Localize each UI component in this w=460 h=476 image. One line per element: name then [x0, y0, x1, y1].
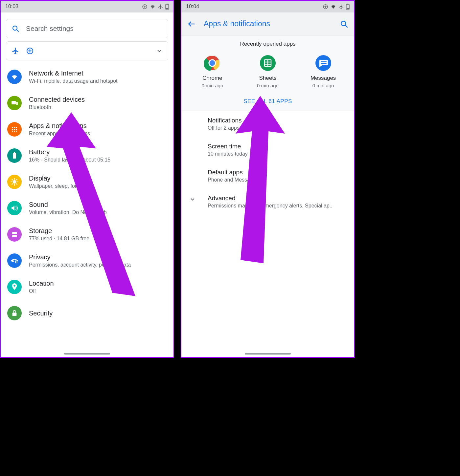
recent-app-chrome[interactable]: Chrome 0 min ago [188, 54, 237, 88]
row-sub: Permissions, account activity, personal … [29, 262, 131, 268]
row-advanced[interactable]: Advanced Permissions manager, Emergency … [181, 189, 354, 215]
row-title: Screen time [208, 143, 347, 150]
row-title: Display [29, 175, 90, 182]
row-notifications[interactable]: Notifications Off for 2 apps [181, 111, 354, 137]
svg-point-4 [13, 26, 17, 30]
row-sub: 10 minutes today [208, 151, 347, 157]
row-default-apps[interactable]: Default apps Phone and Messages [181, 163, 354, 189]
svg-rect-19 [13, 153, 16, 159]
wifi-circle-icon [7, 70, 22, 84]
airplane-icon [338, 4, 344, 10]
svg-line-37 [345, 25, 347, 27]
app-name: Chrome [188, 75, 237, 81]
svg-rect-30 [12, 313, 17, 316]
row-sub: Wallpaper, sleep, font size [29, 183, 90, 189]
sound-icon [7, 201, 22, 215]
row-title: Apps & notifications [29, 122, 90, 130]
row-sub: Wi-Fi, mobile, data usage and hotspot [29, 78, 117, 84]
row-battery[interactable]: Battery 16% - Should last until about 05… [1, 142, 173, 169]
search-icon[interactable] [340, 20, 348, 28]
svg-point-25 [12, 236, 13, 236]
row-network-internet[interactable]: Network & Internet Wi-Fi, mobile, data u… [1, 64, 173, 90]
recent-apps-title: Recently opened apps [181, 41, 354, 47]
row-sub: Phone and Messages [208, 177, 347, 183]
wifi-icon [150, 4, 156, 10]
recent-apps-section: Recently opened apps Chrome 0 min ago Sh… [181, 35, 354, 111]
row-sound[interactable]: Sound Volume, vibration, Do Not Disturb [1, 195, 173, 221]
row-title: Privacy [29, 253, 131, 261]
row-sub: 77% used · 14.81 GB free [29, 236, 89, 242]
messages-icon [315, 54, 332, 72]
airplane-icon [158, 4, 163, 10]
row-title: Storage [29, 227, 89, 235]
location-icon [7, 280, 22, 294]
row-title: Network & Internet [29, 70, 117, 77]
row-title: Notifications [208, 117, 347, 124]
recent-app-messages[interactable]: Messages 0 min ago [299, 54, 348, 88]
chrome-icon [204, 54, 221, 72]
svg-rect-20 [14, 152, 15, 153]
svg-rect-2 [167, 4, 168, 4]
search-settings[interactable]: Search settings [6, 19, 168, 38]
row-sub: Off [29, 288, 54, 294]
svg-point-29 [13, 285, 15, 287]
row-title: Battery [29, 148, 110, 156]
page-title: Apps & notifications [204, 19, 270, 28]
security-icon [7, 306, 22, 320]
data-saver-icon [142, 4, 148, 10]
svg-point-15 [16, 129, 17, 130]
chevron-down-icon[interactable] [156, 48, 163, 54]
row-security[interactable]: Security [1, 300, 173, 322]
row-apps-notifications[interactable]: Apps & notifications Recent apps, defaul… [1, 116, 173, 142]
row-display[interactable]: Display Wallpaper, sleep, font size [1, 169, 173, 195]
quick-settings-card[interactable] [6, 41, 168, 60]
svg-point-11 [14, 127, 15, 128]
devices-icon [7, 96, 22, 110]
search-icon [12, 25, 19, 32]
data-saver-icon [323, 4, 328, 10]
svg-line-5 [17, 30, 18, 32]
svg-point-12 [16, 127, 17, 128]
battery-circle-icon [7, 148, 22, 163]
row-title: Location [29, 280, 54, 287]
row-storage[interactable]: Storage 77% used · 14.81 GB free [1, 221, 173, 248]
svg-point-7 [14, 78, 15, 79]
row-sub: 16% - Should last until about 05:15 [29, 157, 110, 163]
app-time: 0 min ago [243, 83, 292, 88]
wifi-icon [330, 4, 336, 10]
row-sub: Off for 2 apps [208, 125, 347, 131]
battery-icon [346, 4, 350, 10]
row-privacy[interactable]: Privacy Permissions, account activity, p… [1, 248, 173, 274]
search-placeholder: Search settings [26, 25, 74, 32]
row-connected-devices[interactable]: Connected devices Bluetooth [1, 90, 173, 116]
svg-point-18 [16, 131, 17, 132]
status-icons [142, 4, 169, 10]
back-icon[interactable] [187, 20, 196, 28]
svg-rect-34 [347, 4, 349, 4]
svg-point-24 [12, 233, 13, 233]
app-name: Sheets [243, 75, 292, 81]
status-time: 10:03 [5, 4, 18, 10]
data-saver-quick-icon [26, 47, 34, 55]
nav-handle[interactable] [64, 353, 110, 355]
nav-handle[interactable] [245, 353, 291, 355]
svg-point-14 [14, 129, 15, 130]
row-sub: Bluetooth [29, 104, 85, 110]
see-all-apps-button[interactable]: SEE ALL 61 APPS [181, 98, 354, 105]
row-screen-time[interactable]: Screen time 10 minutes today [181, 137, 354, 163]
svg-rect-28 [16, 262, 17, 263]
chevron-down-icon [189, 196, 196, 203]
row-sub: Recent apps, default apps [29, 131, 90, 137]
privacy-icon [7, 253, 22, 268]
row-location[interactable]: Location Off [1, 274, 173, 300]
svg-rect-3 [166, 8, 168, 9]
svg-point-36 [341, 21, 346, 26]
sheets-icon [259, 54, 276, 72]
recent-app-sheets[interactable]: Sheets 0 min ago [243, 54, 292, 88]
row-sub: Volume, vibration, Do Not Disturb [29, 209, 107, 215]
status-bar: 10:04 [181, 1, 354, 12]
settings-content[interactable]: Search settings Network & Internet Wi-Fi… [1, 19, 173, 322]
app-time: 0 min ago [299, 83, 348, 88]
storage-icon [7, 227, 22, 242]
battery-icon [165, 4, 169, 10]
